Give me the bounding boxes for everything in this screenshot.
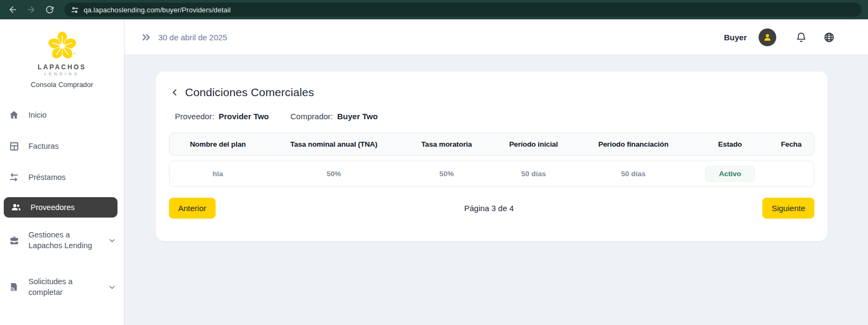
col-header-plan: Nombre del plan xyxy=(170,140,266,148)
provider-value: Provider Two xyxy=(218,112,269,121)
cell-estado: Activo xyxy=(692,166,769,182)
browser-forward-icon[interactable] xyxy=(25,3,38,16)
logo-wordmark: LAPACHOS xyxy=(0,63,124,71)
user-role-label: Buyer xyxy=(724,33,747,42)
next-page-button[interactable]: Siguiente xyxy=(762,198,814,219)
sidebar-item-proveedores[interactable]: Proveedores xyxy=(4,197,117,218)
sidebar-item-solicitudes[interactable]: Solicitudes a completar xyxy=(0,271,124,304)
sidebar: ® LAPACHOS LENDING Consola Comprador Ini… xyxy=(0,19,124,325)
sidebar-item-label: Inicio xyxy=(28,111,47,119)
notifications-bell-icon[interactable] xyxy=(796,32,807,43)
avatar[interactable] xyxy=(759,28,776,46)
col-header-estado: Estado xyxy=(692,140,769,148)
logo: ® LAPACHOS LENDING Consola Comprador xyxy=(0,19,124,89)
url-text: qa.lapachoslending.com/buyer/Providers/d… xyxy=(84,6,231,14)
cell-tna: 50% xyxy=(266,170,401,178)
col-header-fecha: Fecha xyxy=(769,140,814,148)
sidebar-item-prestamos[interactable]: Préstamos xyxy=(0,164,124,191)
table-row[interactable]: hla 50% 50% 50 días 50 días Activo xyxy=(169,161,814,187)
sidebar-item-label: Préstamos xyxy=(28,173,65,182)
language-globe-icon[interactable] xyxy=(823,32,835,43)
page-title: Condiciones Comerciales xyxy=(185,86,314,99)
person-icon xyxy=(762,32,773,42)
collapse-sidebar-icon[interactable] xyxy=(141,32,151,42)
parties-info: Proveedor: Provider Two Comprador: Buyer… xyxy=(169,112,814,121)
invoices-grid-icon xyxy=(9,141,19,151)
buyer-value: Buyer Two xyxy=(337,112,378,121)
sidebar-item-label: Solicitudes a completar xyxy=(28,277,99,298)
address-bar[interactable]: qa.lapachoslending.com/buyer/Providers/d… xyxy=(64,3,862,17)
briefcase-icon xyxy=(9,235,19,246)
app-header: 30 de abril de 2025 Buyer xyxy=(124,19,868,55)
document-check-icon xyxy=(9,282,19,293)
sidebar-item-gestiones[interactable]: Gestiones a Lapachos Lending xyxy=(0,224,124,257)
provider-label: Proveedor: xyxy=(175,112,214,121)
current-date: 30 de abril de 2025 xyxy=(158,33,227,42)
svg-text:®: ® xyxy=(73,52,76,55)
chevron-down-icon xyxy=(108,236,116,245)
table-header-row: Nombre del plan Tasa nominal anual (TNA)… xyxy=(169,133,814,156)
users-icon xyxy=(11,202,21,213)
cell-periodo-financiacion: 50 días xyxy=(576,170,692,178)
col-header-periodo-inicial: Período inicial xyxy=(491,140,575,148)
col-header-tna: Tasa nominal anual (TNA) xyxy=(266,140,401,148)
back-chevron-icon[interactable] xyxy=(170,88,180,97)
previous-page-button[interactable]: Anterior xyxy=(169,198,216,219)
status-badge: Activo xyxy=(705,166,755,182)
content-area: Condiciones Comerciales Proveedor: Provi… xyxy=(124,55,868,325)
col-header-moratoria: Tasa moratoria xyxy=(401,140,491,148)
browser-back-icon[interactable] xyxy=(6,3,19,16)
lapachos-flower-icon: ® xyxy=(47,30,78,60)
sidebar-item-inicio[interactable]: Inicio xyxy=(0,102,124,128)
sidebar-item-facturas[interactable]: Facturas xyxy=(0,133,124,160)
browser-toolbar: qa.lapachoslending.com/buyer/Providers/d… xyxy=(0,0,868,19)
commercial-conditions-card: Condiciones Comerciales Proveedor: Provi… xyxy=(156,71,828,241)
browser-refresh-icon[interactable] xyxy=(43,3,56,16)
swap-arrows-icon xyxy=(9,172,19,183)
home-icon xyxy=(9,110,19,120)
cell-plan: hla xyxy=(170,170,266,178)
page-indicator: Página 3 de 4 xyxy=(216,204,763,213)
sidebar-item-label: Proveedores xyxy=(31,203,75,212)
sidebar-nav: Inicio Facturas Préstamos xyxy=(0,102,124,304)
site-settings-icon[interactable] xyxy=(71,6,79,14)
logo-subtitle: LENDING xyxy=(0,72,124,76)
sidebar-item-label: Facturas xyxy=(28,142,58,150)
chevron-down-icon xyxy=(108,283,116,292)
sidebar-item-label: Gestiones a Lapachos Lending xyxy=(28,230,99,251)
buyer-label: Comprador: xyxy=(290,112,333,121)
console-label: Consola Comprador xyxy=(0,81,124,89)
cell-moratoria: 50% xyxy=(401,170,491,178)
col-header-periodo-financiacion: Período financiación xyxy=(576,140,692,148)
pagination: Anterior Página 3 de 4 Siguiente xyxy=(169,198,814,219)
cell-periodo-inicial: 50 días xyxy=(491,170,575,178)
